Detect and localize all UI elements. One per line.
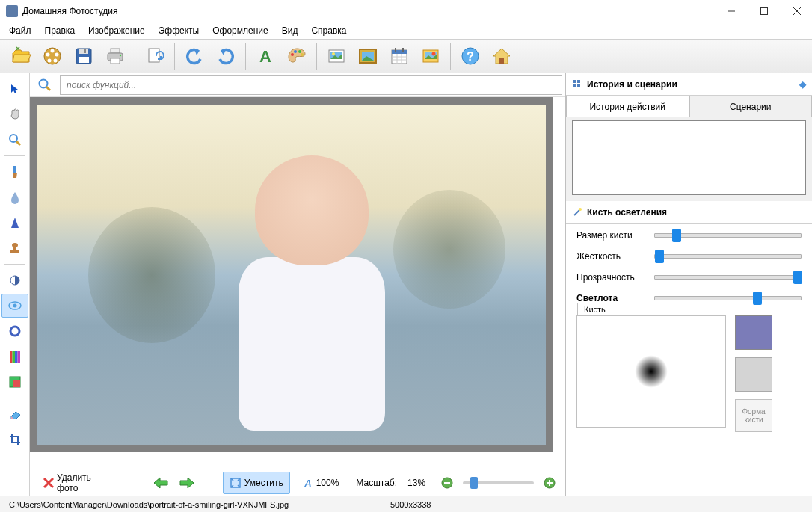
prev-button[interactable] (151, 472, 170, 493)
tools-panel (0, 73, 30, 496)
delete-photo-button[interactable]: Удалить фото (36, 472, 118, 494)
brush-preview-tab[interactable]: Кисть (577, 303, 612, 315)
palette-button[interactable] (282, 41, 312, 71)
expand-button[interactable]: ◆ (799, 79, 806, 90)
svg-rect-48 (10, 250, 19, 253)
next-button[interactable] (176, 472, 196, 493)
color-swatch[interactable] (735, 315, 772, 350)
zoom-in-button[interactable] (540, 472, 559, 493)
tool-replace-bg[interactable] (1, 370, 28, 394)
gray-swatch[interactable] (735, 357, 772, 392)
redo-icon (215, 46, 236, 67)
half-circle-icon (9, 274, 21, 286)
right-panel: История и сценарии ◆ История действий Сц… (565, 73, 812, 496)
postcard-button[interactable] (416, 41, 446, 71)
size-slider[interactable] (654, 233, 802, 238)
crop-icon (8, 433, 22, 446)
tool-blur[interactable] (1, 185, 28, 209)
gradient-icon (10, 351, 20, 363)
search-row (30, 73, 565, 97)
calendar-icon (389, 46, 410, 67)
tool-gradient[interactable] (1, 345, 28, 368)
svg-rect-70 (573, 80, 576, 83)
printer-icon (105, 46, 126, 67)
hardness-slider[interactable] (654, 254, 802, 259)
film-reel-icon (42, 46, 63, 67)
open-button[interactable] (6, 41, 36, 71)
home-button[interactable] (487, 41, 517, 71)
tool-darken[interactable] (1, 268, 28, 292)
search-input[interactable] (60, 75, 562, 95)
delete-label: Удалить фото (57, 472, 111, 493)
tool-hand[interactable] (1, 102, 28, 126)
folder-open-icon (10, 46, 31, 67)
menu-file[interactable]: Файл (3, 24, 37, 37)
menu-help[interactable]: Справка (305, 24, 352, 37)
zoom-slider[interactable] (463, 481, 533, 484)
svg-point-22 (298, 50, 301, 53)
picture-frame-icon (357, 46, 378, 67)
photo-canvas[interactable] (37, 105, 546, 445)
tab-history[interactable]: История действий (566, 96, 689, 117)
text-a-icon: A (303, 478, 313, 488)
calendar-button[interactable] (384, 41, 414, 71)
text-button[interactable]: A (250, 41, 280, 71)
undo-icon (184, 46, 205, 67)
batch-button[interactable] (140, 41, 170, 71)
zoom100-button[interactable]: A 100% (296, 472, 346, 494)
tool-crop[interactable] (1, 428, 28, 451)
frame1-button[interactable] (322, 41, 351, 71)
zoom-out-button[interactable] (437, 472, 457, 493)
tool-pointer[interactable] (1, 77, 28, 101)
tool-sharpen[interactable] (1, 211, 28, 235)
page-arrow-icon (144, 46, 165, 67)
search-button[interactable] (33, 75, 57, 96)
menu-image[interactable]: Изображение (82, 24, 151, 37)
hand-icon (8, 108, 22, 121)
print-button[interactable] (100, 41, 130, 71)
tool-saturate[interactable] (1, 319, 28, 343)
menu-effects[interactable]: Эффекты (153, 24, 206, 37)
catalog-button[interactable] (37, 41, 67, 71)
tool-eraser[interactable] (1, 402, 28, 426)
tool-lighten[interactable] (1, 294, 28, 318)
undo-button[interactable] (179, 41, 209, 71)
bottom-toolbar: Удалить фото Уместить A 100% Масштаб: 13… (30, 469, 565, 496)
history-list[interactable]: Исходное изображение (572, 120, 806, 195)
tool-brush[interactable] (1, 160, 28, 184)
tool-stamp[interactable] (1, 236, 28, 260)
palette-icon (286, 46, 307, 67)
cone-icon (10, 216, 19, 229)
lightness-label: Светлота (576, 293, 648, 303)
save-button[interactable] (69, 41, 99, 71)
fit-button[interactable]: Уместить (223, 472, 290, 494)
status-path: C:\Users\ContentManager\Downloads\portra… (3, 500, 384, 509)
opacity-slider[interactable] (654, 275, 802, 280)
brush-shape-button[interactable]: Форма кисти (735, 399, 772, 432)
close-button[interactable] (788, 2, 806, 20)
history-item[interactable]: Исходное изображение (573, 121, 805, 136)
svg-rect-53 (10, 351, 13, 363)
size-label: Размер кисти (576, 230, 648, 241)
help-button[interactable]: ? (455, 41, 485, 71)
redo-button[interactable] (211, 41, 241, 71)
search-icon (37, 78, 52, 93)
grid-icon (572, 79, 582, 90)
bg-swap-icon (9, 376, 21, 388)
svg-point-52 (10, 327, 19, 336)
menu-view[interactable]: Вид (276, 24, 304, 37)
svg-point-75 (579, 208, 582, 211)
maximize-button[interactable] (755, 2, 773, 20)
wand-icon (572, 207, 582, 218)
svg-rect-47 (13, 246, 16, 250)
magnifier-icon (8, 133, 22, 146)
minimize-button[interactable] (722, 2, 740, 20)
menu-decor[interactable]: Оформление (206, 24, 274, 37)
tab-scripts[interactable]: Сценарии (689, 96, 813, 117)
lightness-slider[interactable] (654, 296, 802, 300)
menu-edit[interactable]: Правка (39, 24, 81, 37)
svg-point-17 (120, 55, 121, 56)
frame2-button[interactable] (353, 41, 383, 71)
tool-zoom[interactable] (1, 128, 28, 152)
canvas-area[interactable] (30, 97, 565, 469)
